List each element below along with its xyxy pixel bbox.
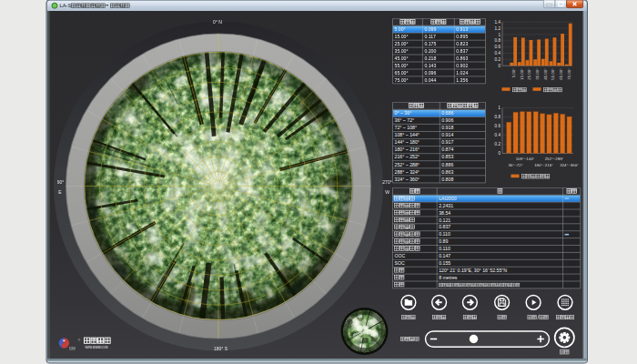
svg-text:144° ~ 180°: 144° ~ 180° (395, 139, 420, 145)
svg-text:0.886: 0.886 (441, 162, 453, 167)
svg-text:65.00°: 65.00° (395, 70, 409, 76)
svg-text:0.6: 0.6 (495, 45, 501, 49)
svg-text:5.00°: 5.00° (395, 26, 406, 32)
svg-text:0.918: 0.918 (441, 125, 453, 130)
svg-text:0.117: 0.117 (424, 34, 436, 39)
svg-text:SOC: SOC (395, 260, 405, 266)
svg-text:0.110: 0.110 (439, 246, 450, 251)
svg-text:0° ~ 36°: 0° ~ 36° (395, 110, 412, 116)
svg-text:180° ~ 216°: 180° ~ 216° (395, 147, 420, 152)
svg-text:2.2431: 2.2431 (439, 203, 453, 208)
svg-text:0.121: 0.121 (439, 217, 450, 223)
svg-text:55.00°: 55.00° (395, 63, 409, 68)
svg-text:0.863: 0.863 (456, 56, 468, 61)
svg-text:0.155: 0.155 (439, 260, 450, 266)
svg-text:0: 0 (498, 151, 500, 156)
svg-text:0.808: 0.808 (441, 177, 453, 182)
svg-text:25.00°: 25.00° (527, 68, 531, 80)
svg-text:25.00°: 25.00° (395, 41, 409, 46)
svg-text:216° ~ 252°: 216° ~ 252° (395, 154, 420, 159)
svg-text:0.837: 0.837 (439, 224, 450, 229)
svg-text:35.00°: 35.00° (535, 68, 540, 80)
svg-text:1.4: 1.4 (495, 20, 501, 25)
svg-text:0.89: 0.89 (439, 238, 448, 244)
svg-text:120° 21' 0.19"E, 30° 16' 52.55: 120° 21' 0.19"E, 30° 16' 52.55"N (439, 268, 507, 273)
svg-text:0.6: 0.6 (495, 124, 501, 128)
svg-text:180°~216°: 180°~216° (534, 163, 553, 167)
svg-text:0.913: 0.913 (456, 26, 468, 32)
svg-text:72° ~ 108°: 72° ~ 108° (395, 125, 418, 130)
svg-text:180° S: 180° S (214, 346, 228, 351)
svg-text:55.00°: 55.00° (551, 68, 555, 80)
svg-text:1.024: 1.024 (456, 70, 468, 76)
svg-text:5.00°: 5.00° (511, 68, 516, 78)
svg-text:0.044: 0.044 (424, 77, 436, 83)
svg-text:108° ~ 144°: 108° ~ 144° (395, 132, 420, 137)
svg-text:0.906: 0.906 (441, 117, 453, 123)
svg-text:1.356: 1.356 (456, 77, 468, 83)
svg-text:0.096: 0.096 (424, 70, 436, 76)
svg-text:0.143: 0.143 (424, 63, 436, 68)
svg-text:0.686: 0.686 (441, 110, 453, 116)
svg-text:36°~72°: 36°~72° (509, 163, 523, 167)
svg-text:8 metres: 8 metres (439, 275, 458, 280)
svg-text:0.917: 0.917 (441, 139, 453, 145)
svg-text:LA-S: LA-S (60, 3, 72, 8)
svg-text:1: 1 (498, 106, 500, 110)
svg-text:324° ~ 360°: 324° ~ 360° (395, 177, 420, 182)
svg-text:0.853: 0.853 (441, 154, 453, 159)
svg-text:288° ~ 324°: 288° ~ 324° (395, 169, 420, 175)
svg-text:0.895: 0.895 (456, 34, 468, 39)
svg-text:36° ~ 72°: 36° ~ 72° (395, 117, 415, 123)
svg-text:38.54: 38.54 (439, 210, 450, 216)
svg-text:0.099: 0.099 (424, 26, 436, 32)
svg-text:0.823: 0.823 (456, 41, 468, 46)
svg-text:45.00°: 45.00° (543, 68, 548, 80)
svg-text:0.902: 0.902 (456, 63, 468, 68)
svg-text:90°: 90° (57, 179, 65, 185)
svg-text:0.200: 0.200 (424, 48, 436, 54)
svg-text:0.4: 0.4 (495, 133, 501, 137)
svg-text:0.147: 0.147 (439, 253, 450, 258)
svg-text:252°~288°: 252°~288° (545, 157, 564, 161)
svg-text:0.175: 0.175 (424, 41, 436, 46)
svg-text:0.2: 0.2 (495, 57, 501, 62)
svg-text:35.00°: 35.00° (395, 48, 409, 54)
svg-text:108°~144°: 108°~144° (516, 157, 535, 161)
svg-text:75.00°: 75.00° (395, 77, 409, 83)
svg-text:0.2: 0.2 (495, 142, 501, 147)
svg-text:0.8: 0.8 (495, 115, 501, 119)
svg-text:0.110: 0.110 (439, 231, 450, 237)
svg-text:1.2: 1.2 (495, 26, 501, 31)
svg-text:15.00°: 15.00° (395, 34, 409, 39)
svg-text:0: 0 (498, 64, 500, 68)
svg-text:15.00°: 15.00° (520, 68, 524, 80)
svg-text:0° N: 0° N (213, 19, 222, 25)
svg-text:252° ~ 288°: 252° ~ 288° (395, 162, 420, 167)
svg-text:0.4: 0.4 (495, 51, 501, 56)
svg-text:45.00°: 45.00° (395, 56, 409, 61)
svg-text:OOC: OOC (395, 253, 406, 258)
svg-text:0.874: 0.874 (441, 147, 453, 152)
svg-text:0.8: 0.8 (495, 38, 501, 43)
svg-text:WWW.WSEEN.COM: WWW.WSEEN.COM (86, 346, 109, 349)
svg-text:0.218: 0.218 (424, 56, 436, 61)
svg-text:LAI2000: LAI2000 (439, 196, 456, 201)
svg-text:W: W (385, 189, 389, 195)
svg-text:0.914: 0.914 (441, 132, 453, 137)
svg-text:1: 1 (498, 33, 500, 37)
svg-text:75.00°: 75.00° (567, 68, 571, 80)
svg-text:65.00°: 65.00° (559, 68, 563, 80)
svg-text:270°: 270° (382, 179, 391, 185)
svg-text:0.863: 0.863 (441, 169, 453, 175)
svg-text:324°~360°: 324°~360° (560, 163, 579, 167)
svg-text:0.837: 0.837 (456, 48, 468, 54)
